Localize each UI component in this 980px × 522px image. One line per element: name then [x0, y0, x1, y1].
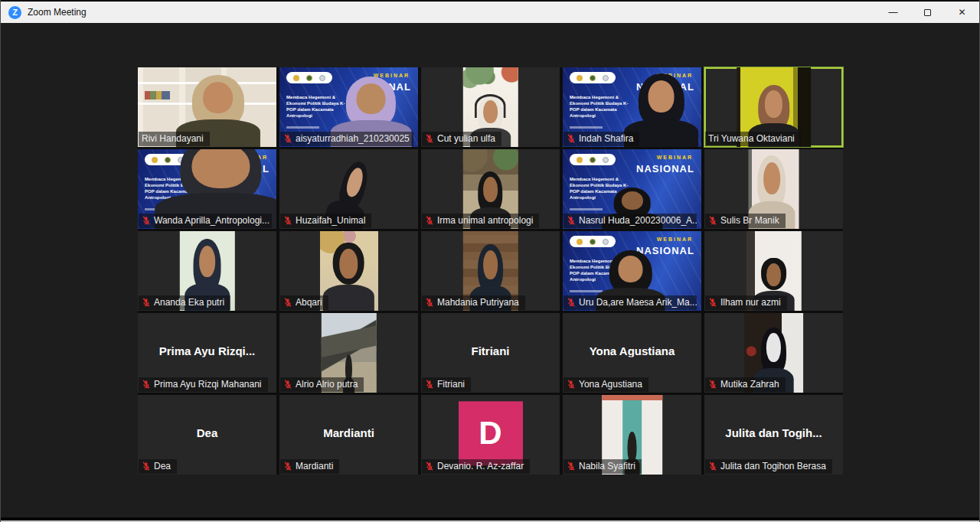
participant-tile[interactable]: Huzaifah_Unimal	[279, 149, 418, 229]
person-face	[766, 263, 781, 286]
close-button[interactable]: ✕	[945, 2, 979, 23]
slide-title: Membaca Hegemoni & Ekonomi Politik Buday…	[570, 95, 633, 119]
participant-tile[interactable]: WEBINAR NASIONAL Membaca Hegemoni & Ekon…	[138, 149, 276, 229]
participant-name-label: Uru Da,are Maesa Arik_Ma...	[579, 298, 697, 307]
participant-name-label: Huzaifah_Unimal	[296, 216, 365, 225]
participant-tile[interactable]: WEBINAR NASIONAL Membaca Hegemoni & Ekon…	[563, 149, 701, 229]
muted-microphone-icon	[142, 380, 151, 389]
name-label: Mardianti	[280, 459, 339, 474]
name-label: Alrio Alrio putra	[280, 377, 364, 392]
muted-microphone-icon	[283, 298, 292, 307]
participant-tile[interactable]: Mahdania Putriyana	[421, 231, 560, 311]
slide-date-line	[570, 208, 603, 210]
name-label: Tri Yuwana Oktaviani	[705, 132, 801, 146]
participant-tile[interactable]: Tri Yuwana Oktaviani	[704, 67, 843, 147]
window-titlebar: Z Zoom Meeting — ✕	[1, 2, 979, 23]
name-label: Rivi Handayani	[139, 132, 210, 146]
participant-name-label: Mardianti	[296, 462, 333, 471]
participant-tile[interactable]: WEBINAR NASIONAL Membaca Hegemoni & Ekon…	[279, 67, 418, 147]
slide-webinar-label: WEBINAR	[657, 155, 693, 160]
participant-tile[interactable]: Ilham nur azmi	[704, 231, 843, 311]
muted-microphone-icon	[708, 462, 717, 471]
zoom-meeting-window: Z Zoom Meeting — ✕ Rivi Handayani	[0, 0, 980, 522]
restore-button[interactable]	[910, 2, 945, 23]
participant-tile[interactable]: D Devanio. R. Az-zaffar	[421, 395, 560, 475]
participant-name-label: Nasrul Huda_200230006_A...	[579, 216, 697, 225]
participant-tile[interactable]: Fitriani Fitriani	[421, 313, 560, 393]
name-label: Mutika Zahrah	[705, 377, 786, 392]
participant-tile[interactable]: Mutika Zahrah	[704, 313, 843, 393]
participant-video	[319, 231, 377, 311]
person-face	[357, 83, 386, 114]
participant-name-label: aisyaturradhiah_210230025	[296, 134, 410, 143]
participant-name-label: Wanda Aprilla_Antropologi...	[154, 216, 270, 225]
zoom-logo-icon: Z	[8, 6, 21, 19]
name-label: Dea	[139, 459, 177, 474]
muted-microphone-icon	[567, 380, 576, 389]
person-face	[483, 250, 498, 279]
minimize-button[interactable]: —	[876, 2, 910, 23]
name-label: Ananda Eka putri	[139, 295, 230, 310]
participant-name-label: Mahdania Putriyana	[437, 298, 519, 307]
participant-tile[interactable]: Cut yulian ulfa	[421, 67, 560, 147]
participant-name-label: Abqari	[296, 298, 322, 307]
slide-date-line	[570, 126, 603, 129]
participant-name-label: Mutika Zahrah	[720, 380, 779, 389]
participant-name-label: Devanio. R. Az-zaffar	[437, 462, 524, 471]
participant-name-label: Fitriani	[437, 380, 465, 389]
display-name: Julita dan Togih...	[707, 426, 840, 439]
participant-name-label: Irma unimal antropologi	[437, 216, 533, 225]
slide-nasional-label: NASIONAL	[636, 163, 694, 175]
avatar: D	[459, 401, 523, 465]
name-label: Uru Da,are Maesa Arik_Ma...	[564, 295, 697, 310]
name-label: Nabila Syafitri	[564, 459, 642, 474]
name-label: Huzaifah_Unimal	[280, 214, 371, 228]
participant-person	[325, 243, 374, 311]
muted-microphone-icon	[142, 462, 151, 471]
slide-logos	[570, 72, 616, 83]
participant-name-label: Yona Agustiana	[579, 380, 642, 389]
participant-tile[interactable]: Rivi Handayani	[138, 67, 276, 147]
participant-tile[interactable]: Irma unimal antropologi	[421, 149, 560, 229]
participant-name-label: Nabila Syafitri	[579, 462, 635, 471]
person-face	[763, 162, 780, 194]
person-face	[204, 82, 234, 113]
name-label: Indah Shafira	[564, 132, 639, 146]
restore-icon	[924, 9, 931, 16]
participant-tile[interactable]: Sulis Br Manik	[704, 149, 843, 229]
display-name: Yona Agustiana	[566, 344, 698, 357]
name-label: Cut yulian ulfa	[422, 132, 501, 146]
participant-tile[interactable]: Ananda Eka putri	[138, 231, 276, 311]
person-face	[483, 100, 498, 122]
participant-tile[interactable]: Yona Agustiana Yona Agustiana	[563, 313, 701, 393]
participant-tile[interactable]: WEBINAR NASIONAL Membaca Hegemoni & Ekon…	[563, 67, 701, 147]
name-label: Prima Ayu Rizqi Mahanani	[139, 377, 268, 392]
participant-name-label: Rivi Handayani	[142, 134, 204, 143]
muted-microphone-icon	[425, 216, 434, 225]
participant-tile[interactable]: Dea Dea	[138, 395, 276, 475]
name-label: Abqari	[280, 295, 328, 310]
name-label: Julita dan Togihon Berasa	[705, 459, 832, 474]
participant-tile[interactable]: WEBINAR NASIONAL Membaca Hegemoni & Ekon…	[563, 231, 701, 311]
person-face	[648, 80, 675, 113]
participant-tile[interactable]: Nabila Syafitri	[563, 395, 701, 475]
name-label: aisyaturradhiah_210230025	[280, 132, 413, 146]
muted-microphone-icon	[425, 462, 434, 471]
participant-tile[interactable]: Abqari	[279, 231, 418, 311]
display-name: Prima Ayu Rizqi...	[141, 344, 273, 357]
participant-tile[interactable]: Alrio Alrio putra	[279, 313, 418, 393]
participant-tile[interactable]: Julita dan Togih... Julita dan Togihon B…	[704, 395, 843, 475]
name-label: Fitriani	[422, 377, 471, 392]
slide-date-line	[286, 126, 319, 129]
display-name: Mardianti	[283, 426, 415, 439]
participant-name-label: Julita dan Togihon Berasa	[720, 462, 826, 471]
person-face	[621, 191, 642, 210]
muted-microphone-icon	[708, 380, 717, 389]
participant-tile[interactable]: Prima Ayu Rizqi... Prima Ayu Rizqi Mahan…	[138, 313, 276, 393]
participant-tile[interactable]: Mardianti Mardianti	[279, 395, 418, 475]
meeting-gallery-area: Rivi Handayani WEBINAR NASIONAL Membaca …	[1, 23, 979, 517]
participant-name-label: Cut yulian ulfa	[437, 134, 495, 143]
participant-name-label: Prima Ayu Rizqi Mahanani	[154, 380, 262, 389]
muted-microphone-icon	[142, 216, 151, 225]
participant-name-label: Dea	[154, 462, 171, 471]
